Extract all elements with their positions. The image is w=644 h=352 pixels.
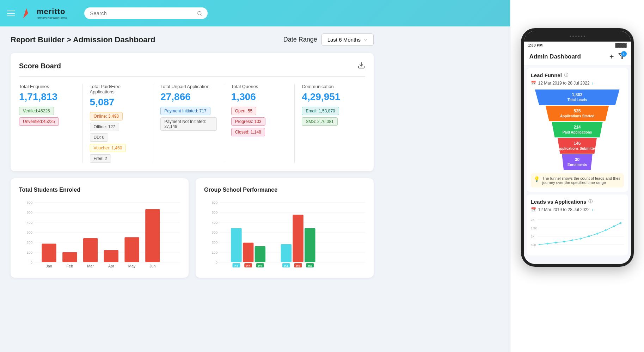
logo-sub: formerly NoPaperForms — [37, 16, 67, 19]
metric-tag: Verified:45225 — [19, 107, 54, 115]
students-chart-card: Total Students Enroled 01002003004005006… — [11, 178, 189, 278]
svg-text:600: 600 — [212, 200, 217, 204]
group-bar-chart: 0100200300400500600B1B2B3West DelhiB4B5B… — [204, 199, 365, 269]
svg-rect-24 — [83, 238, 98, 262]
group-chart-card: Group School Performance 010020030040050… — [196, 178, 374, 278]
svg-rect-52 — [255, 246, 265, 262]
funnel-note-text: The funnel shows the count of leads and … — [542, 176, 621, 185]
score-board-title: Score Board — [19, 62, 61, 70]
metric-tag: Unverified:45225 — [19, 117, 59, 126]
metric-col-2: Total Unpaid Application27,866Payment In… — [153, 84, 224, 163]
metric-tag: Payment Initiated: 717 — [160, 107, 210, 115]
svg-text:500: 500 — [212, 211, 217, 215]
svg-text:2K: 2K — [531, 218, 535, 222]
phone-filter-icon[interactable]: 1 — [618, 53, 625, 61]
metric-tags: Open: 55Progress: 103Closed: 1,148 — [231, 107, 288, 136]
metric-tag: Free: 2 — [90, 154, 111, 163]
page-title: Report Builder > Admission Dashboard — [11, 35, 155, 44]
svg-text:B6: B6 — [308, 264, 312, 268]
leads-info-icon: ⓘ — [588, 199, 593, 205]
search-input[interactable] — [90, 10, 194, 16]
svg-text:200: 200 — [212, 241, 217, 245]
svg-text:B5: B5 — [296, 264, 300, 268]
funnel-level-3: 146Applications Submitted — [554, 138, 601, 154]
metric-value: 27,866 — [160, 91, 217, 103]
date-range-label: Date Range — [283, 36, 317, 43]
funnel-level-1: 535Applications Started — [541, 106, 613, 121]
metric-tag: Open: 55 — [231, 107, 256, 115]
funnel-note: 💡 The funnel shows the count of leads an… — [531, 173, 624, 187]
svg-text:200: 200 — [27, 241, 32, 245]
svg-text:400: 400 — [212, 221, 217, 224]
calendar-icon: 📅 — [531, 81, 536, 86]
svg-marker-0 — [23, 8, 28, 18]
phone-mockup: 1:30 PM ▓▓▓▓ Admin Dashboard + 1 Lead Fu… — [510, 0, 644, 285]
svg-text:100: 100 — [27, 251, 32, 254]
metric-tag: Email: 1,53,870 — [302, 107, 339, 115]
date-range-button[interactable]: Last 6 Months — [321, 33, 374, 46]
hamburger-menu[interactable] — [7, 11, 15, 16]
svg-text:0: 0 — [216, 260, 217, 264]
phone-frame: 1:30 PM ▓▓▓▓ Admin Dashboard + 1 Lead Fu… — [521, 28, 634, 267]
svg-rect-59 — [293, 215, 303, 262]
score-metrics: Total Enquiries1,71,813Verified:45225Unv… — [19, 84, 365, 163]
phone-header-icons: + 1 — [609, 52, 625, 61]
funnel-level-0: 1,803Total Leads — [535, 89, 620, 105]
metric-col-0: Total Enquiries1,71,813Verified:45225Unv… — [19, 84, 83, 163]
phone-app-header: Admin Dashboard + 1 — [524, 49, 631, 65]
logo-name: meritto — [37, 7, 67, 16]
svg-rect-56 — [281, 244, 292, 262]
leads-vs-apps-title: Leads vs Applications ⓘ — [531, 199, 624, 205]
lead-funnel-title: Lead Funnel ⓘ — [531, 72, 624, 78]
svg-text:B3: B3 — [258, 264, 262, 268]
metric-tag: Progress: 103 — [231, 117, 265, 126]
svg-text:Jan: Jan — [46, 264, 52, 268]
phone-add-button[interactable]: + — [609, 52, 614, 61]
metric-col-3: Total Queries1,306Open: 55Progress: 103C… — [224, 84, 295, 163]
svg-rect-46 — [231, 228, 241, 262]
svg-text:Apr: Apr — [108, 264, 114, 268]
metric-tag: SMS: 2,76,081 — [302, 117, 337, 126]
metric-value: 4,29,951 — [302, 91, 358, 103]
metric-value: 1,306 — [231, 91, 288, 103]
leads-calendar-icon: 📅 — [531, 207, 536, 212]
metric-label: Total Paid/Free Applications — [90, 84, 146, 94]
metric-tags: Online: 3,498Offline: 127DD: 0Voucher: 1… — [90, 112, 146, 163]
logo-icon — [22, 7, 35, 20]
svg-text:1.5K: 1.5K — [531, 227, 537, 230]
download-icon[interactable] — [357, 61, 365, 71]
svg-text:B4: B4 — [284, 264, 288, 268]
svg-text:300: 300 — [27, 230, 32, 234]
phone-notch — [524, 31, 631, 42]
svg-rect-28 — [124, 237, 139, 262]
svg-rect-49 — [243, 243, 253, 262]
phone-dashboard-title: Admin Dashboard — [529, 53, 581, 60]
search-bar[interactable] — [84, 7, 208, 19]
metric-tag: Online: 3,498 — [90, 112, 123, 121]
date-range-area: Date Range Last 6 Months — [283, 33, 374, 46]
charts-row: Total Students Enroled 01002003004005006… — [11, 178, 374, 278]
svg-text:0: 0 — [31, 260, 32, 264]
metric-tag: Offline: 127 — [90, 123, 119, 131]
search-icon — [197, 11, 202, 16]
svg-text:1K: 1K — [531, 235, 535, 238]
date-chevron: › — [592, 80, 594, 86]
metric-col-1: Total Paid/Free Applications5,087Online:… — [83, 84, 154, 163]
metric-label: Total Unpaid Application — [160, 84, 217, 89]
svg-marker-2 — [28, 8, 33, 18]
metric-tags: Email: 1,53,870SMS: 2,76,081 — [302, 107, 358, 126]
svg-text:500: 500 — [531, 243, 536, 247]
leads-vs-apps-section: Leads vs Applications ⓘ 📅 12 Mar 2019 to… — [527, 194, 628, 255]
svg-text:Jun: Jun — [149, 264, 156, 268]
svg-rect-26 — [104, 250, 118, 262]
phone-status-bar: 1:30 PM ▓▓▓▓ — [524, 42, 631, 49]
svg-line-4 — [201, 14, 202, 15]
metric-tag: Payment Not Initiated: 27,149 — [160, 117, 217, 131]
svg-point-75 — [538, 244, 540, 245]
metric-label: Total Enquiries — [19, 84, 75, 89]
score-board-header: Score Board — [19, 61, 365, 71]
svg-text:Feb: Feb — [66, 264, 73, 268]
phone-dots — [570, 36, 585, 37]
svg-text:400: 400 — [27, 221, 32, 224]
lead-funnel-section: Lead Funnel ⓘ 📅 12 Mar 2019 to 28 Jul 20… — [527, 68, 628, 192]
